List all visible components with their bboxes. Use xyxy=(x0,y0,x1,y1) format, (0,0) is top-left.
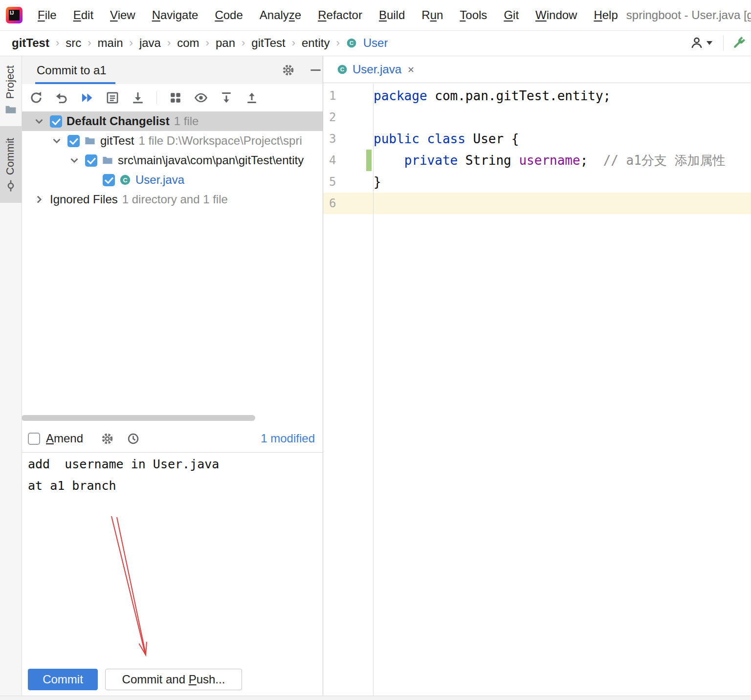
line-number: 1 xyxy=(323,85,373,107)
breadcrumb-separator: › xyxy=(242,37,245,49)
horizontal-scrollbar[interactable] xyxy=(22,415,323,421)
line-number: 4 xyxy=(323,150,373,171)
expand-all-icon[interactable] xyxy=(220,91,233,105)
editor-gutter: 123456 xyxy=(323,84,374,700)
build-wrench-icon[interactable] xyxy=(731,36,746,50)
vcs-change-marker xyxy=(366,150,372,171)
chevron-down-icon[interactable] xyxy=(50,134,63,147)
code-token xyxy=(374,153,404,168)
breadcrumb-item-src[interactable]: src xyxy=(66,36,81,50)
breadcrumb-item-gittest[interactable]: gitTest xyxy=(12,36,49,50)
rollback-icon[interactable] xyxy=(55,91,68,105)
breadcrumb-item-entity[interactable]: entity xyxy=(302,36,330,50)
breadcrumb-bar: gitTest›src›main›java›com›pan›gitTest›en… xyxy=(0,30,751,56)
checkbox[interactable] xyxy=(50,115,62,128)
code-line xyxy=(374,107,751,128)
menu-file[interactable]: File xyxy=(29,8,65,22)
main-menu: FileEditViewNavigateCodeAnalyzeRefactorB… xyxy=(29,0,626,30)
chevron-down-icon[interactable] xyxy=(33,115,45,128)
gear-icon[interactable] xyxy=(282,64,295,77)
breadcrumb-item-java[interactable]: java xyxy=(139,36,161,50)
scrollbar-thumb[interactable] xyxy=(22,415,255,421)
code-line: private String username; // a1分支 添加属性 xyxy=(374,150,751,171)
project-tab-label[interactable]: Project xyxy=(4,66,17,99)
code-token: public class xyxy=(374,131,465,146)
vcs-user-icon[interactable] xyxy=(690,36,704,50)
breadcrumb-separator: › xyxy=(56,37,59,49)
commit-toolbar xyxy=(22,84,323,111)
menu-help[interactable]: Help xyxy=(585,8,626,22)
breadcrumb-item-com[interactable]: com xyxy=(177,36,199,50)
checkbox[interactable] xyxy=(67,135,80,147)
commit-message-line: at a1 branch xyxy=(28,475,323,497)
breadcrumb-separator: › xyxy=(336,37,339,49)
code-token: User { xyxy=(465,131,519,146)
editor-tab-user-java[interactable]: C User.java xyxy=(329,56,423,83)
tree-meta: 1 file D:\Workspace\Project\spri xyxy=(138,134,302,148)
breadcrumb-separator: › xyxy=(206,37,209,49)
menu-navigate[interactable]: Navigate xyxy=(144,8,207,22)
tree-row-1[interactable]: gitTest1 file D:\Workspace\Project\spri xyxy=(22,131,323,151)
show-diff-icon[interactable] xyxy=(106,91,119,105)
code-content: package com.pan.gitTest.entity;public cl… xyxy=(374,85,751,214)
code-editor[interactable]: 123456 package com.pan.gitTest.entity;pu… xyxy=(323,84,751,700)
tree-row-3[interactable]: CUser.java xyxy=(22,170,323,190)
checkbox[interactable] xyxy=(103,174,115,186)
tree-meta: 1 directory and 1 file xyxy=(122,193,228,206)
menu-analyze[interactable]: Analyze xyxy=(251,8,309,22)
commit-tab-label[interactable]: Commit xyxy=(4,138,17,175)
menu-edit[interactable]: Edit xyxy=(65,8,102,22)
gear-icon[interactable] xyxy=(101,432,114,445)
close-icon[interactable] xyxy=(406,65,416,74)
group-by-icon[interactable] xyxy=(169,91,182,105)
collapse-all-icon[interactable] xyxy=(245,91,259,105)
commit-tool-window: Commit to a1 Default Changelist1 filegit… xyxy=(22,56,323,700)
breadcrumb-item-user[interactable]: User xyxy=(363,36,388,50)
menu-git[interactable]: Git xyxy=(495,8,527,22)
chevron-down-icon[interactable] xyxy=(68,154,81,167)
code-token: private xyxy=(404,153,458,168)
shelve-silently-icon[interactable] xyxy=(80,91,94,105)
amend-checkbox[interactable] xyxy=(28,433,40,445)
history-icon[interactable] xyxy=(127,432,140,445)
menu-build[interactable]: Build xyxy=(371,8,413,22)
code-line: public class User { xyxy=(374,128,751,150)
checkbox[interactable] xyxy=(85,154,97,167)
breadcrumb-item-pan[interactable]: pan xyxy=(216,36,235,50)
commit-and-push-button[interactable]: Commit and Push... xyxy=(105,669,242,690)
chevron-down-icon[interactable] xyxy=(707,41,712,45)
status-bar xyxy=(0,696,751,700)
chevron-spacer xyxy=(86,174,98,186)
amend-label[interactable]: Amend xyxy=(46,432,83,445)
commit-button[interactable]: Commit xyxy=(28,669,98,690)
breadcrumb-item-main[interactable]: main xyxy=(98,36,123,50)
shelve-icon[interactable] xyxy=(131,91,145,105)
project-folder-icon[interactable] xyxy=(4,103,17,116)
svg-text:C: C xyxy=(340,66,345,72)
hide-panel-icon[interactable] xyxy=(309,64,322,77)
menu-code[interactable]: Code xyxy=(206,8,251,22)
commit-message-editor[interactable]: add username in User.javaat a1 branch xyxy=(22,452,323,700)
menu-refactor[interactable]: Refactor xyxy=(309,8,371,22)
class-icon: C xyxy=(337,64,348,75)
class-icon: C xyxy=(119,174,131,186)
tree-row-2[interactable]: src\main\java\com\pan\gitTest\entity xyxy=(22,151,323,170)
breadcrumb-item-gittest[interactable]: gitTest xyxy=(251,36,285,50)
tree-row-0[interactable]: Default Changelist1 file xyxy=(22,111,323,131)
chevron-right-icon[interactable] xyxy=(33,193,45,206)
commit-node-icon[interactable] xyxy=(4,179,17,192)
modified-count-link[interactable]: 1 modified xyxy=(261,432,315,445)
tree-row-4[interactable]: Ignored Files1 directory and 1 file xyxy=(22,190,323,209)
line-number: 5 xyxy=(323,171,373,193)
menu-tools[interactable]: Tools xyxy=(451,8,495,22)
refresh-icon[interactable] xyxy=(29,91,43,105)
commit-buttons: Commit Commit and Push... xyxy=(22,669,323,690)
menu-window[interactable]: Window xyxy=(527,8,585,22)
menu-run[interactable]: Run xyxy=(413,8,451,22)
code-token: } xyxy=(374,175,381,189)
preview-diff-icon[interactable] xyxy=(194,91,208,105)
menu-view[interactable]: View xyxy=(102,8,144,22)
editor-tab-label: User.java xyxy=(353,63,401,76)
commit-message-line: add username in User.java xyxy=(28,454,323,475)
folder-icon xyxy=(102,154,113,166)
